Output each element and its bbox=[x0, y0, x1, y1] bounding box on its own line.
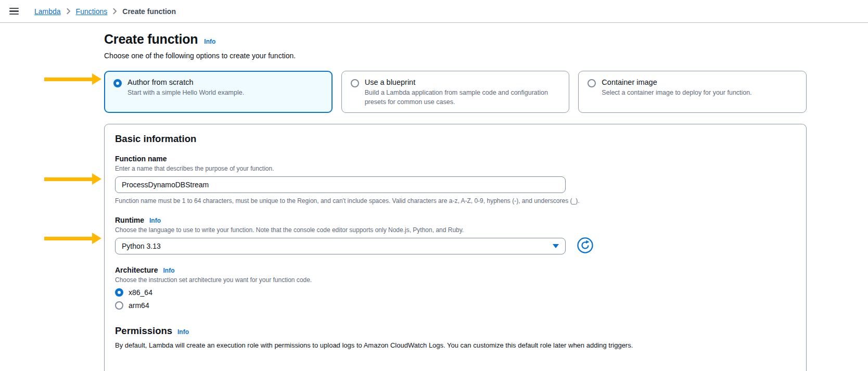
option-card-description: Select a container image to deploy for y… bbox=[602, 88, 751, 97]
architecture-label: Architecture bbox=[115, 266, 158, 274]
annotation-arrow-author-from-scratch bbox=[44, 73, 101, 85]
permissions-heading: Permissions bbox=[115, 325, 172, 337]
option-card-title: Container image bbox=[602, 78, 751, 86]
refresh-runtimes-button[interactable] bbox=[577, 238, 594, 254]
container-image-card[interactable]: Container image Select a container image… bbox=[578, 71, 807, 113]
use-a-blueprint-card[interactable]: Use a blueprint Build a Lambda applicati… bbox=[341, 71, 570, 113]
runtime-label: Runtime bbox=[115, 216, 144, 224]
basic-information-panel: Basic information Function name Enter a … bbox=[104, 124, 807, 371]
annotation-arrow-function-name bbox=[44, 173, 101, 185]
runtime-selected-value: Python 3.13 bbox=[122, 242, 161, 250]
architecture-option-x86-64[interactable]: x86_64 bbox=[115, 288, 796, 297]
breadcrumb-current: Create function bbox=[122, 7, 176, 16]
permissions-info-link[interactable]: Info bbox=[177, 328, 189, 336]
page-subtitle: Choose one of the following options to c… bbox=[104, 52, 807, 60]
function-name-constraint: Function name must be 1 to 64 characters… bbox=[115, 197, 796, 204]
menu-icon[interactable] bbox=[8, 6, 20, 17]
breadcrumb: Lambda Functions Create function bbox=[34, 7, 176, 16]
create-function-page: Create function Info Choose one of the f… bbox=[104, 23, 807, 371]
option-card-title: Author from scratch bbox=[127, 78, 244, 86]
architecture-option-label: arm64 bbox=[129, 301, 149, 310]
radio-unselected-icon[interactable] bbox=[588, 79, 596, 87]
chevron-right-icon bbox=[112, 8, 117, 15]
breadcrumb-lambda[interactable]: Lambda bbox=[34, 7, 61, 16]
runtime-info-link[interactable]: Info bbox=[149, 217, 161, 224]
creation-option-cards: Author from scratch Start with a simple … bbox=[104, 71, 807, 113]
architecture-option-label: x86_64 bbox=[129, 288, 152, 297]
radio-selected-icon[interactable] bbox=[113, 79, 122, 87]
radio-unselected-icon[interactable] bbox=[351, 79, 359, 87]
basic-information-heading: Basic information bbox=[115, 133, 796, 145]
function-name-label: Function name bbox=[115, 155, 167, 163]
annotation-arrow-runtime bbox=[44, 233, 101, 244]
runtime-select[interactable]: Python 3.13 bbox=[115, 238, 566, 254]
architecture-option-arm64[interactable]: arm64 bbox=[115, 301, 796, 310]
runtime-description: Choose the language to use to write your… bbox=[115, 226, 796, 234]
option-card-description: Start with a simple Hello World example. bbox=[127, 88, 244, 97]
architecture-info-link[interactable]: Info bbox=[163, 267, 174, 274]
author-from-scratch-card[interactable]: Author from scratch Start with a simple … bbox=[104, 71, 333, 113]
permissions-description: By default, Lambda will create an execut… bbox=[115, 341, 796, 349]
page-title: Create function bbox=[104, 32, 198, 47]
function-name-input[interactable] bbox=[115, 176, 566, 193]
radio-unselected-icon[interactable] bbox=[115, 301, 123, 310]
breadcrumb-bar: Lambda Functions Create function bbox=[0, 0, 868, 23]
option-card-title: Use a blueprint bbox=[365, 78, 560, 86]
refresh-icon bbox=[577, 237, 593, 255]
option-card-description: Build a Lambda application from sample c… bbox=[365, 88, 560, 107]
breadcrumb-functions[interactable]: Functions bbox=[76, 7, 108, 16]
page-title-info-link[interactable]: Info bbox=[204, 38, 215, 45]
architecture-description: Choose the instruction set architecture … bbox=[115, 276, 796, 284]
chevron-right-icon bbox=[66, 8, 71, 15]
function-name-description: Enter a name that describes the purpose … bbox=[115, 165, 796, 172]
radio-selected-icon[interactable] bbox=[115, 288, 123, 297]
dropdown-caret-icon bbox=[553, 244, 559, 248]
